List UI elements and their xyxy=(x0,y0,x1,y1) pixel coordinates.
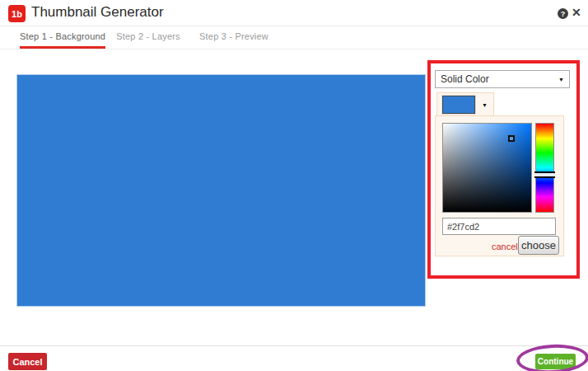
saturation-field[interactable] xyxy=(442,123,532,213)
tubebuddy-logo-icon: 1b xyxy=(8,5,26,22)
thumbnail-canvas-preview[interactable] xyxy=(16,74,426,307)
chevron-down-icon: ▼ xyxy=(482,102,488,108)
picker-choose-button[interactable]: choose xyxy=(518,236,559,255)
background-type-select[interactable]: Solid Color ▼ xyxy=(435,70,570,88)
thumbnail-generator-dialog: 1b Thumbnail Generator ? ✕ Step 1 - Back… xyxy=(0,0,588,371)
help-icon[interactable]: ? xyxy=(558,8,568,19)
dialog-header: 1b Thumbnail Generator ? ✕ xyxy=(0,0,588,26)
hue-slider-handle[interactable] xyxy=(534,171,555,178)
cancel-button[interactable]: Cancel xyxy=(8,353,47,370)
tab-step3-preview[interactable]: Step 3 - Preview xyxy=(191,26,277,49)
color-picker-panel: cancel choose xyxy=(435,115,564,256)
saturation-marker[interactable] xyxy=(508,135,515,142)
dialog-title: Thumbnail Generator xyxy=(31,4,164,21)
color-swatch-box[interactable]: ▼ xyxy=(436,92,494,116)
continue-button[interactable]: Continue xyxy=(535,354,576,369)
color-swatch[interactable] xyxy=(442,96,475,114)
step-tabs: Step 1 - Background Step 2 - Layers Step… xyxy=(0,26,588,49)
footer-divider xyxy=(0,345,588,346)
chevron-down-icon: ▼ xyxy=(558,77,564,82)
close-icon[interactable]: ✕ xyxy=(572,6,581,19)
tab-step2-layers[interactable]: Step 2 - Layers xyxy=(105,26,191,49)
hue-slider[interactable] xyxy=(535,123,554,213)
picker-cancel-link[interactable]: cancel xyxy=(492,242,518,251)
tab-step1-background[interactable]: Step 1 - Background xyxy=(20,26,105,49)
background-type-value: Solid Color xyxy=(441,73,489,85)
hex-color-input[interactable] xyxy=(442,218,556,235)
